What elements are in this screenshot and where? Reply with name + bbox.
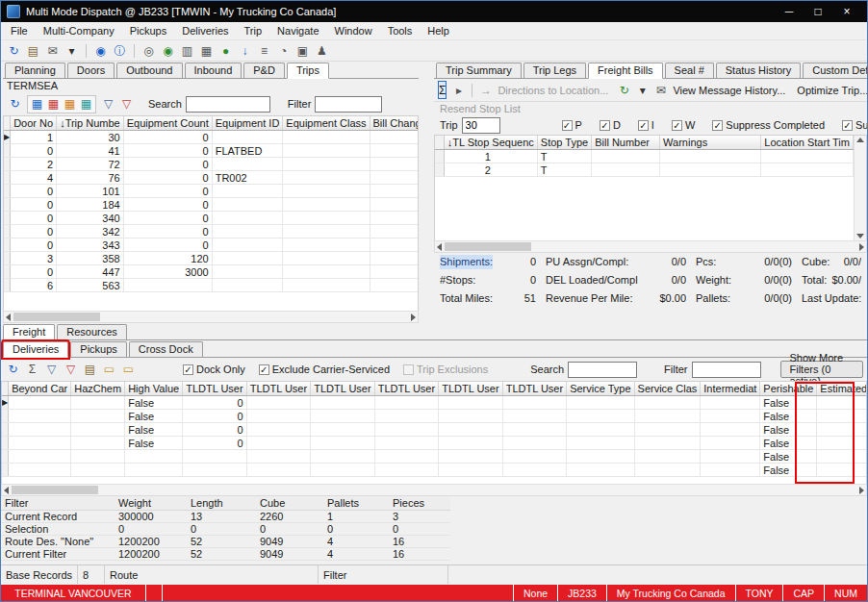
table-cell[interactable] xyxy=(374,423,439,437)
table-cell[interactable]: 0 xyxy=(256,523,323,536)
table-cell[interactable] xyxy=(502,396,567,410)
table-cell[interactable] xyxy=(246,410,311,423)
table-cell[interactable]: 52 xyxy=(187,536,256,548)
menu-deliveries[interactable]: Deliveries xyxy=(174,23,236,38)
menu-navigate[interactable]: Navigate xyxy=(269,23,326,38)
table-cell[interactable]: 0 xyxy=(183,423,247,437)
table-cell[interactable]: 16 xyxy=(389,536,450,548)
table-cell[interactable]: 0 xyxy=(389,523,450,536)
table-cell[interactable]: 41 xyxy=(57,144,124,158)
tab-resources[interactable]: Resources xyxy=(57,324,127,339)
grid-icon[interactable]: ▣ xyxy=(294,42,311,59)
filter-input[interactable] xyxy=(315,96,382,113)
column-header[interactable] xyxy=(2,382,9,396)
table-cell[interactable] xyxy=(2,450,9,464)
column-header-service-clas[interactable]: Service Clas xyxy=(634,382,701,396)
table-cell[interactable]: Selection xyxy=(1,523,115,536)
table-cell[interactable]: False xyxy=(760,410,817,423)
table-cell[interactable]: 0 xyxy=(123,198,212,212)
table-cell[interactable] xyxy=(701,450,760,464)
table-row[interactable]: 1T xyxy=(435,150,854,163)
checkbox-box[interactable]: ✓ xyxy=(600,120,610,131)
table-cell[interactable] xyxy=(817,450,867,464)
table-cell[interactable] xyxy=(634,423,701,437)
table-cell[interactable] xyxy=(660,163,761,177)
table-cell[interactable] xyxy=(701,410,760,423)
checkbox-p[interactable]: ✓P xyxy=(562,119,582,131)
table-cell[interactable]: 9049 xyxy=(256,536,323,548)
table-cell[interactable]: ▶ xyxy=(4,131,11,144)
right-tab-trip-legs[interactable]: Trip Legs xyxy=(523,63,586,78)
table-cell[interactable] xyxy=(212,265,283,279)
table-cell[interactable]: 0 xyxy=(123,212,212,225)
table-cell[interactable] xyxy=(567,464,634,477)
table-cell[interactable]: 0 xyxy=(123,185,212,198)
column-header-pieces[interactable]: Pieces xyxy=(389,496,450,511)
column-header-stop-type[interactable]: Stop Type xyxy=(537,136,591,150)
expand-icon[interactable]: ▸ xyxy=(450,82,467,98)
dropdown-icon[interactable]: ▾ xyxy=(634,82,651,98)
view-blue-icon[interactable]: ▦ xyxy=(29,96,45,113)
table-cell[interactable] xyxy=(567,437,634,450)
table-cell[interactable] xyxy=(283,265,370,279)
table-cell[interactable]: 300000 xyxy=(115,511,187,523)
table-cell[interactable]: 0 xyxy=(123,238,212,252)
table-cell[interactable] xyxy=(374,410,439,423)
scroll-up-icon[interactable] xyxy=(856,138,864,142)
table-cell[interactable]: 52 xyxy=(187,548,256,561)
column-header-tldtl-user[interactable]: TLDTL User xyxy=(183,382,247,396)
table-cell[interactable] xyxy=(212,158,283,171)
table-cell[interactable] xyxy=(9,464,71,477)
table-cell[interactable] xyxy=(701,464,760,477)
table-cell[interactable] xyxy=(212,185,283,198)
freight-search-input[interactable] xyxy=(568,362,637,378)
subtab-pickups[interactable]: Pickups xyxy=(70,341,127,357)
notebook-icon[interactable]: ▤ xyxy=(82,362,98,378)
table-cell[interactable] xyxy=(212,131,283,144)
table-cell[interactable] xyxy=(592,150,660,163)
table-cell[interactable] xyxy=(183,450,247,464)
column-header-trip-numbe[interactable]: ↓Trip Numbe xyxy=(57,116,124,131)
column-header-perishable[interactable]: Perishable xyxy=(760,382,817,396)
table-cell[interactable] xyxy=(701,423,760,437)
table-row[interactable]: 04473000 xyxy=(4,265,419,279)
scroll-right-icon[interactable] xyxy=(411,314,416,321)
table-cell[interactable]: T xyxy=(537,150,591,163)
table-cell[interactable] xyxy=(212,198,283,212)
table-cell[interactable]: 0 xyxy=(183,437,247,450)
table-cell[interactable] xyxy=(370,279,419,292)
table-cell[interactable] xyxy=(634,410,701,423)
table-cell[interactable]: Current Record xyxy=(1,511,115,523)
column-header-beyond-car[interactable]: Beyond Car xyxy=(9,382,71,396)
view-message-history-button[interactable]: View Message History... xyxy=(673,85,785,96)
table-cell[interactable] xyxy=(567,423,634,437)
table-cell[interactable] xyxy=(212,252,283,265)
scroll-thumb[interactable] xyxy=(445,242,531,251)
table-cell[interactable] xyxy=(4,171,11,185)
table-cell[interactable] xyxy=(71,423,125,437)
table-cell[interactable]: 1 xyxy=(11,131,57,144)
table-cell[interactable] xyxy=(283,238,370,252)
right-tab-trip-summary[interactable]: Trip Summary xyxy=(436,63,522,78)
column-header-equipment-class[interactable]: Equipment Class xyxy=(283,116,370,131)
table-cell[interactable] xyxy=(567,396,634,410)
view-red-icon[interactable]: ▦ xyxy=(45,96,62,113)
mail-icon[interactable]: ✉ xyxy=(44,42,61,59)
left-tab-doors[interactable]: Doors xyxy=(67,63,115,78)
table-row[interactable]: 01010 xyxy=(4,185,419,198)
left-tab-inbound[interactable]: Inbound xyxy=(185,63,243,78)
column-header-equipment-count[interactable]: Equipment Count xyxy=(123,116,212,131)
column-header[interactable] xyxy=(435,136,444,150)
table-cell[interactable]: 13 xyxy=(187,511,256,523)
table-cell[interactable]: False xyxy=(125,396,183,410)
table-cell[interactable] xyxy=(4,265,11,279)
column-header-tldtl-user[interactable]: TLDTL User xyxy=(311,382,375,396)
column-header-tldtl-user[interactable]: TLDTL User xyxy=(246,382,311,396)
scroll-right-icon[interactable] xyxy=(859,487,864,494)
table-cell[interactable] xyxy=(502,464,567,477)
table-cell[interactable]: 447 xyxy=(57,265,124,279)
table-cell[interactable]: 2 xyxy=(11,158,57,171)
table-cell[interactable] xyxy=(4,198,11,212)
table-row[interactable]: 03400 xyxy=(4,212,419,225)
checkbox-exclude-carrier-serviced[interactable]: ✓Exclude Carrier-Serviced xyxy=(259,364,390,375)
